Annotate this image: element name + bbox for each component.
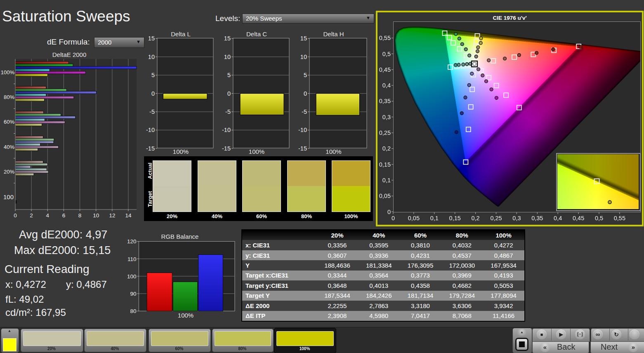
svg-text:0,55: 0,55	[379, 35, 391, 41]
svg-text:0,45: 0,45	[379, 66, 391, 73]
svg-text:0,45: 0,45	[573, 215, 584, 221]
svg-text:0,25: 0,25	[490, 215, 502, 221]
svg-text:0,35: 0,35	[531, 215, 543, 221]
svg-text:0,05: 0,05	[379, 193, 391, 199]
svg-text:0,1: 0,1	[382, 177, 391, 184]
svg-text:0: 0	[392, 215, 395, 221]
svg-text:0,55: 0,55	[614, 215, 625, 221]
svg-text:0,5: 0,5	[382, 51, 391, 57]
svg-text:0: 0	[387, 209, 391, 215]
svg-text:0,2: 0,2	[382, 145, 391, 152]
svg-text:0,2: 0,2	[472, 215, 480, 221]
svg-text:0,3: 0,3	[512, 215, 521, 221]
svg-text:0,35: 0,35	[379, 98, 391, 104]
svg-text:0,15: 0,15	[379, 161, 391, 168]
svg-text:0,3: 0,3	[382, 114, 391, 120]
svg-text:0,5: 0,5	[595, 215, 603, 221]
svg-text:0,05: 0,05	[408, 215, 420, 221]
svg-text:0,15: 0,15	[449, 215, 461, 221]
svg-text:0,4: 0,4	[382, 82, 391, 89]
svg-text:0,1: 0,1	[430, 215, 439, 221]
svg-text:0,4: 0,4	[554, 215, 562, 221]
svg-text:0,25: 0,25	[379, 129, 391, 136]
